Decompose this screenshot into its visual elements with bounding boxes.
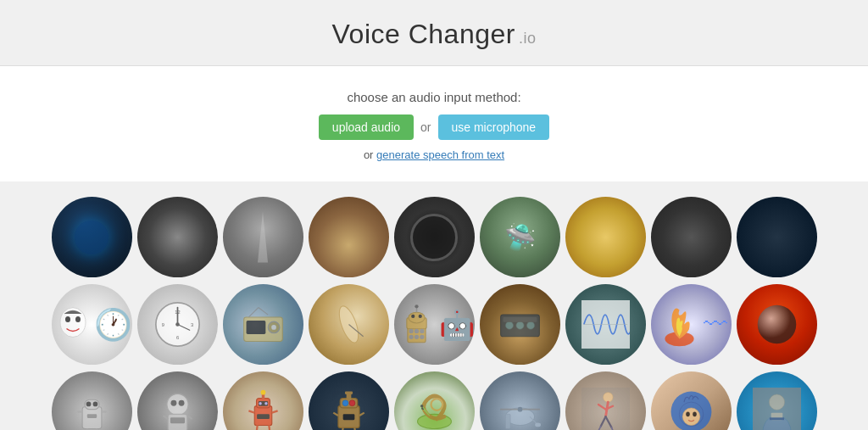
svg-point-33 — [505, 321, 513, 329]
svg-point-14 — [271, 325, 276, 330]
svg-rect-75 — [342, 414, 354, 420]
svg-text:6: 6 — [175, 335, 178, 340]
voice-circle-dark-alien[interactable] — [651, 197, 732, 277]
snail-icon — [410, 388, 459, 430]
sine-wave-icon — [581, 300, 630, 349]
voice-circle-dalek[interactable] — [394, 284, 475, 365]
svg-point-105 — [682, 408, 700, 426]
voice-circle-bot3[interactable] — [223, 371, 303, 430]
or-separator: or — [420, 120, 431, 134]
voice-circle-snail[interactable] — [394, 371, 475, 430]
svg-point-34 — [515, 321, 523, 329]
sonic-icon — [667, 388, 715, 430]
generate-speech-link[interactable]: generate speech from text — [376, 148, 504, 161]
bot1-icon — [68, 388, 116, 430]
dancer-icon — [581, 388, 630, 430]
svg-point-51 — [170, 400, 176, 406]
svg-point-106 — [686, 412, 690, 417]
svg-point-44 — [92, 402, 97, 407]
svg-point-25 — [415, 304, 418, 308]
svg-line-68 — [269, 425, 270, 430]
svg-line-77 — [359, 413, 364, 416]
header: Voice Changer.io — [0, 0, 868, 66]
voice-circle-clock[interactable]: 12 6 9 3 — [137, 284, 218, 365]
voice-circle-synth[interactable] — [480, 284, 560, 365]
voices-row-2: 12 6 9 3 — [8, 284, 860, 365]
tts-link-row: or generate speech from text — [0, 148, 868, 161]
svg-line-65 — [248, 410, 254, 412]
svg-point-74 — [349, 400, 355, 406]
svg-point-107 — [693, 412, 697, 417]
svg-line-55 — [163, 416, 168, 419]
voice-circle-anonymous[interactable] — [52, 284, 132, 365]
voice-circle-melting-clock[interactable] — [565, 197, 646, 277]
svg-rect-12 — [246, 321, 265, 334]
svg-line-66 — [271, 410, 277, 412]
voice-circle-radio[interactable] — [223, 284, 303, 365]
svg-point-43 — [86, 402, 91, 407]
agent-icon — [753, 388, 801, 430]
svg-text:3: 3 — [191, 322, 193, 327]
input-method-label: choose an audio input method: — [0, 90, 868, 104]
radio-icon — [239, 300, 287, 349]
voice-circle-sine-wave[interactable] — [565, 284, 646, 365]
svg-rect-45 — [86, 414, 96, 418]
voice-circle-bot1[interactable] — [52, 371, 132, 430]
clock-icon: 12 6 9 3 — [153, 300, 202, 349]
svg-point-31 — [420, 335, 424, 339]
svg-point-28 — [420, 329, 424, 333]
svg-point-22 — [411, 315, 415, 318]
svg-point-73 — [342, 400, 348, 406]
voice-circle-agent[interactable] — [737, 371, 817, 430]
svg-point-95 — [603, 393, 612, 402]
svg-point-2 — [75, 316, 81, 322]
voices-row-1 — [8, 197, 860, 277]
subtitle-text: .io — [519, 30, 537, 47]
svg-point-109 — [769, 394, 784, 410]
helicopter-icon — [496, 388, 544, 430]
voice-circle-fire[interactable] — [651, 284, 732, 365]
svg-rect-89 — [505, 414, 510, 428]
anonymous-icon — [52, 300, 94, 349]
voice-circle-retro-robot[interactable] — [309, 371, 389, 430]
svg-line-56 — [186, 416, 192, 419]
use-microphone-button[interactable]: use microphone — [438, 114, 550, 140]
upload-audio-button[interactable]: upload audio — [319, 114, 414, 140]
svg-point-30 — [414, 335, 418, 339]
voice-circle-old-phone[interactable] — [394, 197, 475, 277]
voice-circle-alien-ocean[interactable] — [52, 197, 132, 277]
svg-point-35 — [526, 321, 534, 329]
svg-point-21 — [408, 312, 424, 323]
svg-line-76 — [333, 413, 338, 416]
voice-circle-bot2[interactable] — [137, 371, 218, 430]
svg-point-63 — [264, 402, 267, 405]
svg-rect-64 — [257, 414, 270, 419]
svg-text:9: 9 — [161, 322, 164, 327]
svg-rect-111 — [769, 417, 783, 420]
svg-rect-81 — [344, 392, 352, 394]
voice-circle-helicopter[interactable] — [480, 371, 560, 430]
svg-line-67 — [256, 425, 257, 430]
bot2-icon — [153, 388, 202, 430]
voice-circle-mech[interactable] — [737, 197, 817, 277]
svg-point-23 — [418, 315, 421, 318]
svg-text:12: 12 — [175, 310, 180, 315]
voice-circle-sonic[interactable] — [651, 371, 732, 430]
voice-circle-robot[interactable] — [137, 197, 218, 277]
synth-icon — [496, 300, 544, 349]
voice-circle-cathedral[interactable] — [309, 197, 389, 277]
voice-circle-sphere[interactable] — [737, 284, 817, 365]
voice-circle-dancer[interactable] — [565, 371, 646, 430]
svg-point-27 — [414, 329, 418, 333]
bot3-icon — [239, 388, 287, 430]
retro-robot-icon — [325, 388, 373, 430]
svg-rect-36 — [503, 317, 537, 322]
title-text: Voice Changer — [332, 19, 515, 49]
input-method-section: choose an audio input method: upload aud… — [0, 66, 868, 181]
voice-circle-ghost[interactable] — [223, 197, 303, 277]
svg-line-15 — [248, 308, 258, 317]
voice-circle-alien[interactable] — [480, 197, 560, 277]
svg-point-50 — [166, 394, 187, 415]
voice-circle-surfboard[interactable] — [309, 284, 389, 365]
svg-point-91 — [517, 407, 522, 412]
